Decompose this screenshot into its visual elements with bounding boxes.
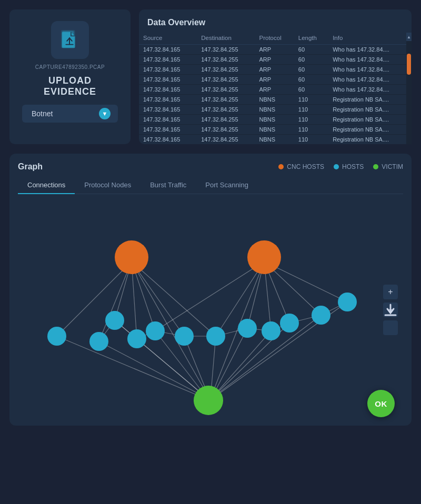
table-cell: 147.32.84.165 [139, 125, 197, 135]
host-node[interactable] [262, 321, 280, 340]
graph-edges [57, 261, 347, 399]
cnc-label: CNC HOSTS [287, 163, 324, 170]
host-node[interactable] [89, 332, 108, 351]
table-cell: Registration NB SA.... [328, 105, 412, 115]
table-cell: 147.32.84.255 [197, 115, 255, 125]
graph-header: Graph CNC HOSTS HOSTS VICTIM [18, 162, 403, 172]
table-row: 147.32.84.165147.32.84.255NBNS110Registr… [139, 95, 412, 105]
table-cell: 60 [294, 55, 328, 65]
tab-port-scanning[interactable]: Port Scanning [196, 177, 258, 194]
host-node[interactable] [146, 321, 165, 340]
table-cell: ARP [255, 85, 294, 95]
cnc-nodes [115, 240, 281, 274]
table-cell: Who has 147.32.84.... [328, 85, 412, 95]
data-overview-panel: Data Overview Source Destination Protoco… [139, 9, 412, 144]
table-cell: ARP [255, 55, 294, 65]
victim-node[interactable] [194, 386, 223, 415]
table-cell: 147.32.84.255 [197, 125, 255, 135]
table-cell: 110 [294, 135, 328, 145]
upload-file-icon [59, 29, 81, 51]
table-cell: 147.32.84.255 [197, 135, 255, 145]
dropdown-arrow-icon: ▼ [99, 108, 111, 119]
table-cell: 147.32.84.165 [139, 95, 197, 105]
graph-section: Graph CNC HOSTS HOSTS VICTIM Connections… [9, 154, 412, 426]
victim-label: VICTIM [382, 163, 403, 170]
table-cell: 60 [294, 75, 328, 85]
scroll-thumb[interactable] [407, 54, 411, 75]
tab-protocol-nodes[interactable]: Protocol Nodes [75, 177, 141, 194]
tab-burst-traffic[interactable]: Burst Traffic [141, 177, 196, 194]
tab-connections[interactable]: Connections [18, 177, 75, 194]
graph-canvas: + − OK [18, 194, 403, 426]
host-node[interactable] [312, 306, 330, 325]
ok-button[interactable]: OK [367, 390, 395, 417]
table-cell: 147.32.84.255 [197, 45, 255, 55]
graph-title: Graph [18, 162, 43, 172]
hosts-dot [334, 164, 339, 169]
legend-cnc: CNC HOSTS [278, 163, 324, 170]
table-cell: 147.32.84.165 [139, 75, 197, 85]
dropdown-label: Botnet [32, 109, 94, 118]
table-cell: 147.32.84.165 [139, 135, 197, 145]
col-protocol: Protocol [255, 33, 294, 45]
cnc-node-left[interactable] [115, 240, 148, 274]
host-node[interactable] [238, 319, 257, 338]
col-info: Info [328, 33, 412, 45]
table-cell: 147.32.84.165 [139, 115, 197, 125]
table-row: 147.32.84.165147.32.84.255NBNS110Registr… [139, 135, 412, 145]
scroll-up-arrow[interactable]: ▲ [406, 33, 412, 41]
table-cell: 60 [294, 85, 328, 95]
table-cell: NBNS [255, 135, 294, 145]
filename-label: CAPTURE47892350.PCAP [35, 64, 105, 70]
table-cell: Who has 147.32.84.... [328, 45, 412, 55]
upload-icon-box [51, 21, 89, 59]
botnet-dropdown[interactable]: Botnet ▼ [22, 105, 118, 123]
col-source: Source [139, 33, 197, 45]
table-cell: 147.32.84.165 [139, 85, 197, 95]
table-cell: 147.32.84.165 [139, 105, 197, 115]
table-cell: ARP [255, 45, 294, 55]
table-cell: 110 [294, 95, 328, 105]
legend: CNC HOSTS HOSTS VICTIM [278, 163, 403, 170]
host-node[interactable] [47, 327, 66, 346]
legend-hosts: HOSTS [334, 163, 364, 170]
legend-victim: VICTIM [373, 163, 403, 170]
network-graph-svg [18, 194, 403, 426]
host-node[interactable] [338, 293, 357, 311]
graph-tabs: Connections Protocol Nodes Burst Traffic… [18, 177, 403, 194]
host-node[interactable] [206, 327, 225, 346]
victim-dot [373, 164, 378, 169]
table-cell: 147.32.84.165 [139, 45, 197, 55]
host-node[interactable] [127, 329, 146, 348]
table-cell: NBNS [255, 105, 294, 115]
table-cell: Registration NB SA.... [328, 125, 412, 135]
data-table: Source Destination Protocol Length Info … [139, 33, 412, 144]
table-cell: Who has 147.32.84.... [328, 65, 412, 75]
table-cell: Registration NB SA.... [328, 135, 412, 145]
cnc-node-right[interactable] [247, 240, 281, 274]
table-row: 147.32.84.165147.32.84.255ARP60Who has 1… [139, 55, 412, 65]
table-cell: NBNS [255, 115, 294, 125]
top-section: CAPTURE47892350.PCAP UPLOAD EVIDENCE Bot… [9, 9, 412, 144]
table-cell: Registration NB SA.... [328, 95, 412, 105]
table-row: 147.32.84.165147.32.84.255ARP60Who has 1… [139, 65, 412, 75]
scrollbar[interactable]: ▲ [406, 33, 412, 144]
col-length: Length [294, 33, 328, 45]
table-cell: Registration NB SA.... [328, 115, 412, 125]
table-cell: 60 [294, 65, 328, 75]
host-node[interactable] [105, 311, 124, 330]
table-row: 147.32.84.165147.32.84.255NBNS110Registr… [139, 125, 412, 135]
host-node[interactable] [280, 314, 299, 332]
host-node[interactable] [175, 327, 194, 346]
hosts-label: HOSTS [342, 163, 364, 170]
table-row: 147.32.84.165147.32.84.255ARP60Who has 1… [139, 75, 412, 85]
download-button[interactable] [383, 320, 398, 335]
upload-card: CAPTURE47892350.PCAP UPLOAD EVIDENCE Bot… [9, 9, 131, 144]
table-cell: ARP [255, 65, 294, 75]
table-cell: 147.32.84.255 [197, 55, 255, 65]
data-overview-title: Data Overview [139, 18, 412, 33]
svg-line-4 [132, 261, 208, 397]
table-cell: 147.32.84.165 [139, 55, 197, 65]
col-destination: Destination [197, 33, 255, 45]
table-cell: 147.32.84.255 [197, 85, 255, 95]
